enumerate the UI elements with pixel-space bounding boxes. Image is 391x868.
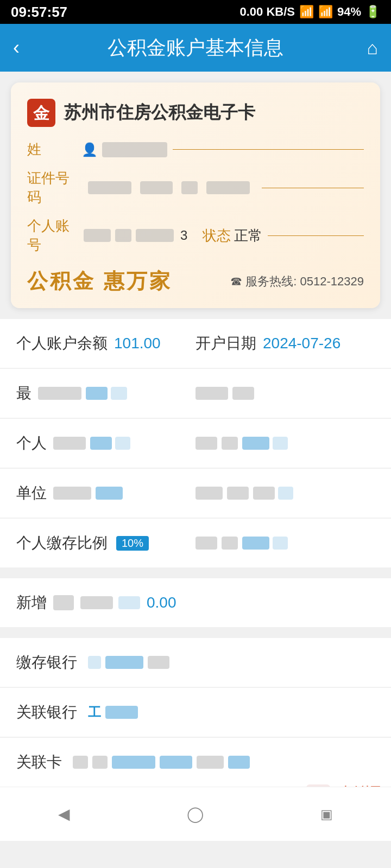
unit-blurred-2	[195, 487, 223, 500]
ratio-blurred-2	[222, 537, 238, 550]
recent-blue-1	[86, 387, 108, 400]
linked-card-block-2	[92, 756, 108, 769]
linked-card-label: 关联卡	[16, 752, 62, 773]
id-block-3	[181, 181, 198, 194]
back-button[interactable]: ‹	[13, 36, 20, 59]
card-name-row: 姓 👤	[27, 140, 364, 159]
ratio-blue-1	[242, 537, 269, 550]
personal-deposit-row: 个人	[0, 419, 391, 468]
personal-blurred-1	[53, 437, 86, 450]
status-underline	[268, 235, 364, 236]
ratio-right	[195, 537, 375, 550]
recent-left: 最	[16, 383, 195, 404]
personal-blurred-3	[222, 437, 238, 450]
nav-home-button[interactable]: ◯	[187, 805, 204, 823]
deposit-bank-row: 缴存银行	[0, 638, 391, 687]
new-value: 0.00	[147, 594, 176, 611]
ratio-blurred-1	[195, 537, 217, 550]
ratio-label: 个人缴存比例	[16, 533, 108, 553]
acct-block-2	[115, 229, 131, 242]
linked-card-block-1	[73, 756, 88, 769]
personal-light-1	[115, 437, 130, 450]
hotline-icon: ☎	[230, 275, 242, 288]
nav-home-icon: ◯	[187, 805, 204, 823]
nav-recent-button[interactable]: ▣	[320, 807, 333, 822]
account-suffix: 3	[180, 228, 187, 243]
ratio-value: 10%	[116, 536, 149, 551]
personal-blue-2	[242, 437, 269, 450]
electronic-card: 金 苏州市住房公积金电子卡 姓 👤 证件号码 个人账号 3 状态 正常 公积金 …	[11, 82, 380, 308]
opendate-label: 开户日期	[195, 333, 256, 354]
linked-card-row: 关联卡	[0, 738, 391, 787]
nav-back-button[interactable]: ◀	[58, 805, 70, 823]
balance-section: 个人账户余额 101.00 开户日期 2024-07-26	[0, 319, 391, 368]
card-account-row: 个人账号 3 状态 正常	[27, 216, 364, 254]
linked-card-blue-2	[160, 756, 192, 769]
new-section: 新增 0.00	[0, 578, 391, 627]
unit-section: 单位	[0, 469, 391, 518]
page-header: ‹ 公积金账户基本信息 ⌂	[0, 24, 391, 72]
linked-bank-label: 关联银行	[16, 702, 77, 723]
recent-light-1	[111, 387, 127, 400]
id-block-4	[206, 181, 250, 194]
account-label: 个人账号	[27, 216, 81, 254]
nav-back-icon: ◀	[58, 805, 70, 823]
personal-label: 个人	[16, 433, 47, 454]
recent-blurred-2	[195, 387, 228, 400]
unit-blurred-4	[253, 487, 275, 500]
recent-right	[195, 387, 375, 400]
unit-blurred-3	[227, 487, 249, 500]
personal-deposit-section: 个人	[0, 419, 391, 468]
divider-1	[0, 567, 391, 577]
new-label: 新增	[16, 592, 47, 613]
hotline-text: 服务热线: 0512-12329	[245, 275, 364, 288]
card-logo-icon: 金	[27, 99, 55, 127]
id-label: 证件号码	[27, 169, 81, 207]
battery-icon: 🔋	[365, 5, 380, 19]
new-row: 新增 0.00	[0, 578, 391, 627]
wifi-icon: 📶	[299, 5, 314, 19]
bottom-nav: ◀ ◯ ▣	[0, 787, 391, 841]
opendate-half: 开户日期 2024-07-26	[195, 333, 375, 354]
recent-row: 最	[0, 369, 391, 418]
status-time: 09:57:57	[11, 4, 67, 21]
page-title: 公积金账户基本信息	[108, 35, 283, 61]
personal-left: 个人	[16, 433, 195, 454]
unit-row: 单位	[0, 469, 391, 518]
deposit-bank-name	[105, 656, 143, 669]
unit-label: 单位	[16, 483, 47, 503]
ratio-section: 个人缴存比例 10%	[0, 519, 391, 567]
card-header: 金 苏州市住房公积金电子卡	[27, 99, 364, 127]
name-icon: 👤	[81, 142, 98, 157]
linked-card-block-3	[197, 756, 224, 769]
card-slogan: 公积金 惠万家	[27, 267, 172, 295]
name-label: 姓	[27, 140, 81, 159]
svg-text:金: 金	[33, 104, 50, 122]
acct-block-3	[136, 229, 174, 242]
status-label: 状态	[203, 226, 231, 245]
recent-blurred-1	[38, 387, 81, 400]
balance-label: 个人账户余额	[16, 333, 108, 354]
new-blurred-1	[53, 595, 74, 610]
id-underline	[262, 188, 364, 188]
unit-blurred-1	[53, 487, 91, 500]
ratio-light-1	[273, 537, 288, 550]
id-block-1	[88, 181, 131, 194]
recent-label: 最	[16, 383, 31, 404]
status-icons: 0.00 KB/S 📶 📶 94% 🔋	[239, 5, 380, 19]
card-id-row: 证件号码	[27, 169, 364, 207]
card-hotline: ☎ 服务热线: 0512-12329	[230, 273, 364, 290]
recent-section: 最	[0, 369, 391, 418]
balance-half: 个人账户余额 101.00	[16, 333, 195, 354]
status-bar: 09:57:57 0.00 KB/S 📶 📶 94% 🔋	[0, 0, 391, 24]
deposit-bank-label: 缴存银行	[16, 652, 77, 673]
personal-right	[195, 437, 375, 450]
linked-card-blue-3	[228, 756, 250, 769]
battery-text: 94%	[337, 5, 361, 19]
ratio-row: 个人缴存比例 10%	[0, 519, 391, 567]
deposit-bank-icon	[88, 656, 101, 669]
balance-row: 个人账户余额 101.00 开户日期 2024-07-26	[0, 319, 391, 368]
balance-value: 101.00	[114, 335, 161, 352]
ratio-left: 个人缴存比例 10%	[16, 533, 195, 553]
home-button[interactable]: ⌂	[367, 37, 378, 59]
